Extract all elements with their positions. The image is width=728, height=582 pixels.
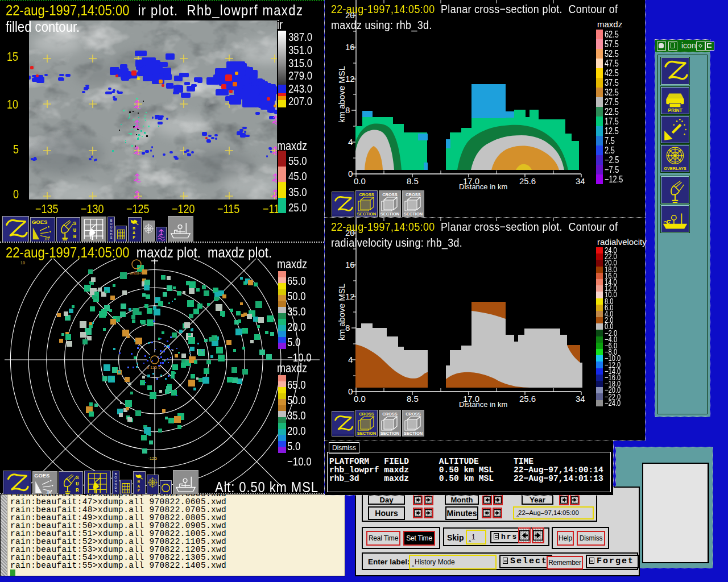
svg-text:SECTION: SECTION [357, 431, 376, 436]
svg-text:S: S [73, 221, 77, 227]
svg-text:.IR: .IR [44, 236, 49, 242]
svg-text:10: 10 [20, 261, 25, 265]
svg-text:SECTION: SECTION [357, 211, 376, 217]
svg-text:SECTION: SECTION [380, 211, 399, 217]
svg-text:GOES: GOES [34, 473, 49, 479]
svg-text:S: S [110, 236, 113, 239]
svg-text:CROSS: CROSS [406, 192, 421, 197]
svg-text:R: R [73, 234, 77, 240]
svg-text:S: S [115, 489, 117, 493]
svg-text:CROSS: CROSS [406, 411, 421, 417]
svg-text:PRINT: PRINT [668, 107, 682, 113]
svg-text:GOES: GOES [32, 219, 48, 225]
svg-text:S: S [76, 475, 79, 481]
svg-text:-125: -125 [148, 456, 158, 461]
svg-text:OVERLAYS: OVERLAYS [664, 166, 686, 171]
svg-text:SECTION: SECTION [380, 431, 399, 436]
svg-text:A: A [133, 231, 135, 235]
svg-text:SECTION: SECTION [404, 431, 423, 436]
svg-text:U: U [73, 227, 77, 234]
svg-text:whoa-m-I: whoa-m-I [129, 271, 146, 275]
svg-text:P: P [133, 236, 135, 240]
svg-text:CROSS: CROSS [382, 192, 398, 197]
svg-text:M: M [133, 226, 135, 231]
svg-text:CROSS: CROSS [382, 411, 398, 417]
svg-text:P: P [138, 489, 140, 493]
svg-text:U: U [76, 481, 79, 487]
svg-text:SECTION: SECTION [404, 211, 423, 217]
svg-text:R: R [76, 487, 79, 493]
svg-text:CROSS: CROSS [359, 411, 374, 417]
svg-text:CROSS: CROSS [359, 192, 374, 197]
svg-text:b-125-5: b-125-5 [147, 365, 160, 369]
